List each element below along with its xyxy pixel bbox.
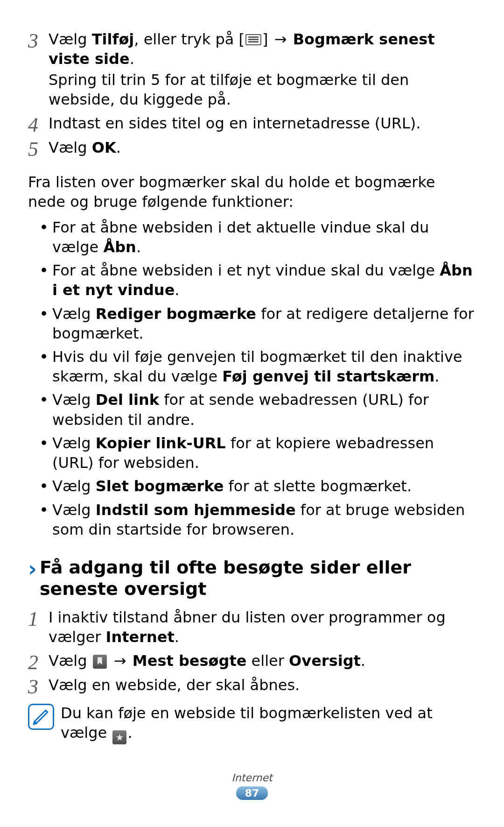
list-item: Vælg Rediger bogmærke for at redigere de… xyxy=(39,304,476,343)
text-bold: Indstil som hjemmeside xyxy=(96,501,296,519)
text: . xyxy=(175,628,179,646)
page-number: 87 xyxy=(236,786,268,800)
step-body: I inaktiv tilstand åbner du listen over … xyxy=(49,608,476,649)
step-b2: 2 Vælg → Mest besøgte eller Oversigt. xyxy=(28,651,476,673)
step-number: 4 xyxy=(28,114,49,135)
text: . xyxy=(136,238,141,256)
text: Vælg xyxy=(49,139,92,156)
arrow-icon: → xyxy=(268,30,293,48)
step-number: 2 xyxy=(28,651,49,673)
text-bold: Åbn xyxy=(103,238,136,256)
text-bold: Mest besøgte xyxy=(133,652,247,670)
list-item: For at åbne websiden i det aktuelle vind… xyxy=(39,218,476,257)
text: for at slette bogmærket. xyxy=(224,477,412,495)
menu-icon xyxy=(245,34,261,45)
text: Vælg xyxy=(49,30,92,48)
bookmark-icon xyxy=(93,655,107,669)
text-bold: Internet xyxy=(106,628,175,646)
step-body: Vælg en webside, der skal åbnes. xyxy=(49,676,476,697)
step-5: 5 Vælg OK. xyxy=(28,138,476,160)
page-footer: Internet 87 xyxy=(0,772,504,800)
step-number: 3 xyxy=(28,30,49,111)
list-item: Vælg Slet bogmærke for at slette bogmærk… xyxy=(39,476,476,496)
bullet-list: For at åbne websiden i det aktuelle vind… xyxy=(28,218,476,540)
text: Spring til trin 5 for at tilføje et bogm… xyxy=(49,71,409,108)
text: , eller tryk på [ xyxy=(134,30,245,48)
text: . xyxy=(175,281,179,299)
text: Vælg xyxy=(52,305,96,323)
step-number: 3 xyxy=(28,676,49,697)
text: Vælg xyxy=(52,477,96,495)
text-bold: Føj genvej til startskærm xyxy=(222,368,434,385)
text: ] xyxy=(262,30,268,48)
text: For at åbne websiden i et nyt vindue ska… xyxy=(52,262,440,279)
text-bold: Del link xyxy=(96,391,159,409)
text: . xyxy=(127,724,132,742)
step-body: Indtast en sides titel og en internetadr… xyxy=(49,114,476,135)
step-body: Vælg Tilføj, eller tryk på [] → Bogmærk … xyxy=(49,30,476,111)
text: Vælg xyxy=(49,652,92,670)
text-bold: Tilføj xyxy=(92,30,134,48)
text: . xyxy=(434,368,439,385)
step-b3: 3 Vælg en webside, der skal åbnes. xyxy=(28,676,476,697)
text-bold: Oversigt xyxy=(289,652,361,670)
note-block: Du kan føje en webside til bogmærkeliste… xyxy=(28,704,476,744)
list-item: Vælg Kopier link-URL for at kopiere weba… xyxy=(39,433,476,473)
step-b1: 1 I inaktiv tilstand åbner du listen ove… xyxy=(28,608,476,649)
section-heading: › Få adgang til ofte besøgte sider eller… xyxy=(28,557,476,600)
section-title: Få adgang til ofte besøgte sider eller s… xyxy=(40,557,476,600)
step-3: 3 Vælg Tilføj, eller tryk på [] → Bogmær… xyxy=(28,30,476,111)
step-number: 5 xyxy=(28,138,49,160)
step-body: Vælg OK. xyxy=(49,138,476,160)
step-number: 1 xyxy=(28,608,49,649)
text-bold: Kopier link-URL xyxy=(96,434,226,452)
text-bold: OK xyxy=(92,139,116,156)
note-body: Du kan føje en webside til bogmærkeliste… xyxy=(61,704,476,744)
list-item: Vælg Del link for at sende webadressen (… xyxy=(39,390,476,429)
text: eller xyxy=(246,652,289,670)
text: Indtast en sides titel og en internetadr… xyxy=(49,114,420,132)
step-body: Vælg → Mest besøgte eller Oversigt. xyxy=(49,651,476,673)
text: Vælg xyxy=(52,391,96,409)
text: . xyxy=(361,652,365,670)
text: Vælg xyxy=(52,501,96,519)
note-icon xyxy=(28,704,54,730)
text: Vælg en webside, der skal åbnes. xyxy=(49,676,300,694)
chevron-icon: › xyxy=(28,558,40,580)
arrow-icon: → xyxy=(108,652,133,670)
star-icon xyxy=(112,730,126,744)
text-bold: Rediger bogmærke xyxy=(96,305,256,323)
text-bold: Slet bogmærke xyxy=(96,477,224,495)
list-item: Vælg Indstil som hjemmeside for at bruge… xyxy=(39,500,476,539)
text: Vælg xyxy=(52,434,96,452)
list-item: Hvis du vil føje genvejen til bogmærket … xyxy=(39,347,476,386)
document-body: 3 Vælg Tilføj, eller tryk på [] → Bogmær… xyxy=(28,30,476,744)
text: . xyxy=(130,50,134,68)
paragraph: Fra listen over bogmærker skal du holde … xyxy=(28,173,476,212)
step-4: 4 Indtast en sides titel og en interneta… xyxy=(28,114,476,135)
chapter-label: Internet xyxy=(0,772,504,784)
list-item: For at åbne websiden i et nyt vindue ska… xyxy=(39,261,476,300)
text: . xyxy=(116,139,121,156)
